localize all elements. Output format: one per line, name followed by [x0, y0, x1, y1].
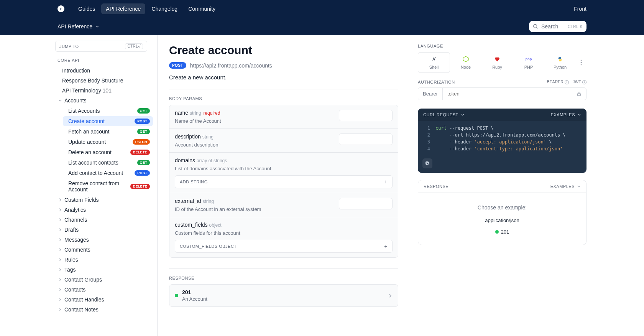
sidebar-group[interactable]: Tags: [55, 265, 153, 275]
sidebar-subitem[interactable]: Update accountPATCH: [63, 137, 153, 147]
sidebar-group[interactable]: Comments: [55, 245, 153, 255]
body-params-label: BODY PARAMS: [169, 96, 398, 101]
chevron-right-icon: [58, 248, 62, 252]
param-name: custom_fields: [175, 222, 208, 228]
right-panel: LANGUAGE // Shell Node Ruby php PHP: [410, 35, 594, 336]
auth-scheme-jwt[interactable]: JWTi: [573, 80, 586, 84]
brand-link[interactable]: Front: [574, 3, 586, 14]
nav-community[interactable]: Community: [184, 3, 220, 14]
param-input[interactable]: [339, 198, 393, 209]
sidebar-group-label: Contact Handles: [64, 296, 104, 303]
param-expand-button[interactable]: ADD STRING+: [175, 175, 393, 188]
search-placeholder: Search: [541, 23, 565, 30]
sidebar-group-label: Rules: [64, 257, 78, 263]
token-input[interactable]: [443, 88, 572, 100]
search-shortcut: CTRL-K: [568, 25, 583, 29]
sidebar-group-accounts[interactable]: Accounts: [55, 96, 153, 105]
sidebar-group[interactable]: Messages: [55, 235, 153, 245]
sidebar-group[interactable]: Custom Fields: [55, 195, 153, 205]
auth-scheme-bearer[interactable]: BEARERi: [547, 80, 569, 84]
sidebar-subitem[interactable]: Fetch an accountGET: [63, 127, 153, 137]
chevron-right-icon: [58, 218, 62, 222]
sidebar-group-label: Custom Fields: [64, 197, 99, 203]
sidebar-group[interactable]: Contact Groups: [55, 275, 153, 285]
sidebar-subitem[interactable]: Create accountPOST: [63, 116, 153, 126]
sidebar-subitem[interactable]: List account contactsGET: [63, 158, 153, 168]
chevron-right-icon: [58, 308, 62, 311]
param-type: object: [209, 222, 222, 228]
sidebar-subitem[interactable]: Add contact to AccountPOST: [63, 168, 153, 178]
subnav-label: API Reference: [58, 23, 92, 30]
sidebar-item[interactable]: API Terminology 101: [55, 86, 153, 96]
chevron-right-icon: [58, 208, 62, 212]
lang-ruby[interactable]: Ruby: [481, 53, 513, 72]
sidebar-group[interactable]: Analytics: [55, 205, 153, 215]
chevron-right-icon: [58, 198, 62, 202]
nav-changelog[interactable]: Changelog: [147, 3, 182, 14]
lang-php[interactable]: php PHP: [513, 53, 544, 72]
sidebar-subitem-label: List Accounts: [68, 108, 135, 114]
param-name: name: [175, 110, 188, 116]
lang-node[interactable]: Node: [450, 53, 481, 72]
sidebar-subitem[interactable]: List AccountsGET: [63, 106, 153, 116]
param-expand-label: ADD STRING: [180, 180, 208, 184]
chevron-down-icon: [95, 25, 99, 28]
sidebar-group-label: Contact Notes: [64, 306, 99, 313]
response-example-card: RESPONSE EXAMPLES Choose an example: app…: [418, 180, 586, 245]
param-type: string: [190, 110, 201, 116]
example-status-code: 201: [501, 229, 509, 235]
jump-to-button[interactable]: JUMP TO CTRL-/: [55, 41, 147, 52]
svg-rect-7: [426, 162, 429, 165]
body-params-card: namestringrequiredName of the Accountdes…: [169, 105, 398, 258]
code-line: 2 --url https://api2.frontapp.com/accoun…: [423, 132, 581, 138]
sidebar-group[interactable]: Channels: [55, 215, 153, 225]
param-type: string: [203, 199, 214, 204]
sidebar-group[interactable]: Rules: [55, 255, 153, 265]
svg-point-4: [581, 62, 582, 63]
sidebar-group[interactable]: Contact Handles: [55, 295, 153, 305]
response-examples-dropdown[interactable]: EXAMPLES: [550, 184, 581, 189]
page-title: Create account: [169, 44, 398, 57]
chevron-right-icon: [58, 258, 62, 262]
sidebar-group[interactable]: Contacts: [55, 285, 153, 295]
search-box[interactable]: Search CTRL-K: [529, 21, 586, 32]
more-languages-button[interactable]: [576, 59, 586, 66]
examples-dropdown[interactable]: EXAMPLES: [551, 112, 581, 117]
lang-label: Node: [461, 65, 471, 69]
param-input[interactable]: [339, 110, 393, 121]
lang-shell[interactable]: // Shell: [418, 52, 450, 73]
lang-python[interactable]: Python: [544, 53, 576, 72]
language-selector: // Shell Node Ruby php PHP: [418, 52, 586, 73]
lang-label: Shell: [429, 65, 439, 69]
method-badge: DELETE: [130, 184, 150, 189]
param-expand-button[interactable]: CUSTOM_FIELDS OBJECT+: [175, 240, 393, 253]
curl-request-dropdown[interactable]: CURL REQUEST: [423, 112, 465, 117]
choose-example-text: Choose an example:: [424, 204, 581, 211]
param-input[interactable]: [339, 133, 393, 145]
sidebar-subitem-label: Update account: [68, 139, 130, 145]
method-badge: GET: [137, 129, 150, 135]
subnav-dropdown[interactable]: API Reference: [58, 23, 99, 30]
endpoint-url: https://api2.frontapp.com/accounts: [190, 63, 272, 69]
sidebar-group[interactable]: Drafts: [55, 225, 153, 235]
param-name: description: [175, 133, 201, 140]
nav-guides[interactable]: Guides: [74, 3, 100, 14]
sidebar-subitem[interactable]: Delete an accountDELETE: [63, 147, 153, 157]
logo-icon[interactable]: r: [58, 5, 64, 12]
svg-point-3: [581, 60, 582, 61]
sidebar-item[interactable]: Response Body Structure: [55, 76, 153, 86]
code-line: 3 --header 'accept: application/json' \: [423, 138, 581, 145]
sidebar-group[interactable]: Contact Notes: [55, 305, 153, 315]
plus-icon: +: [384, 179, 388, 185]
example-status[interactable]: 201: [495, 229, 509, 235]
chevron-right-icon: [388, 293, 393, 298]
copy-button[interactable]: [422, 158, 432, 168]
param-description: Account description: [175, 142, 334, 148]
example-content-type[interactable]: application/json: [424, 217, 581, 223]
response-row[interactable]: 201 An Account: [169, 284, 398, 307]
sidebar-item[interactable]: Introduction: [55, 66, 153, 76]
sidebar-group-label: Drafts: [64, 227, 79, 233]
nav-api-reference[interactable]: API Reference: [101, 3, 145, 14]
sidebar-subitem[interactable]: Remove contact from AccountDELETE: [63, 178, 153, 194]
chevron-down-icon: [58, 99, 62, 102]
